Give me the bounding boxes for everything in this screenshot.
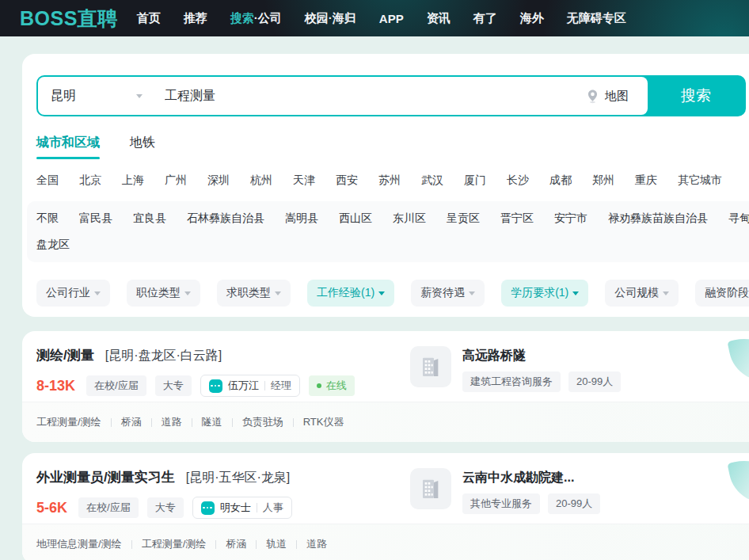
recruiter-name: 伍万江 [228,379,259,393]
district-item[interactable]: 安宁市 [554,211,587,226]
city-select[interactable]: 昆明 [38,88,154,105]
recruiter-role: 经理 [271,379,291,393]
filter-company-size[interactable]: 公司规模 [605,280,679,307]
job-card[interactable]: 外业测量员/测量实习生 [昆明·五华区·龙泉] 5-6K 在校/应届 大专 明女… [22,453,749,560]
tab-subway[interactable]: 地铁 [130,135,155,159]
nav-item-app[interactable]: APP [379,12,404,25]
district-item[interactable]: 富民县 [79,211,112,226]
district-item[interactable]: 石林彝族自治县 [187,211,264,226]
nav-item-overseas[interactable]: 海外 [520,11,544,26]
recruiter-chip[interactable]: 明女士 人事 [192,497,292,519]
city-item[interactable]: 全国 [36,173,59,188]
company-name[interactable]: 高远路桥隧 [462,348,621,364]
filter-label: 公司规模 [614,286,659,300]
nav-company-rest: ·公司 [254,11,282,25]
search-input-area: 昆明 地图 [38,77,648,115]
district-item[interactable]: 呈贡区 [447,211,480,226]
nav-item-youliao[interactable]: 有了 [473,11,497,26]
keyword: RTK仪器 [283,415,344,429]
job-tag: 在校/应届 [86,375,146,396]
nav-item-recommend[interactable]: 推荐 [184,11,207,26]
search-filter-panel: 昆明 地图 搜索 城市和区域 地铁 全国 北京 上海 广州 深圳 杭州 天津 [22,54,749,317]
company-logo[interactable] [410,346,451,387]
city-item[interactable]: 郑州 [592,173,614,188]
district-filter-box: 不限 富民县 宜良县 石林彝族自治县 嵩明县 西山区 东川区 呈贡区 晋宁区 安… [27,201,749,262]
keyword: 道路 [287,537,327,551]
nav-item-news[interactable]: 资讯 [427,11,451,26]
job-location: [昆明·盘龙区·白云路] [105,348,222,364]
district-item[interactable]: 禄劝彝族苗族自治县 [608,211,708,226]
company-logo[interactable] [410,468,451,509]
city-item[interactable]: 长沙 [507,173,529,188]
city-item-other[interactable]: 其它城市 [678,173,722,188]
city-list: 全国 北京 上海 广州 深圳 杭州 天津 西安 苏州 武汉 厦门 长沙 成都 郑… [36,173,749,188]
chevron-down-icon [663,291,669,295]
city-item[interactable]: 天津 [293,173,315,188]
nav-item-home[interactable]: 首页 [137,11,161,26]
city-item[interactable]: 广州 [165,173,187,188]
city-item[interactable]: 北京 [79,173,101,188]
chevron-down-icon [94,291,101,295]
online-label: 在线 [326,379,347,393]
district-item[interactable]: 盘龙区 [36,238,70,252]
district-row: 不限 富民县 宜良县 石林彝族自治县 嵩明县 西山区 东川区 呈贡区 晋宁区 安… [36,211,749,226]
keyword: 道路 [142,415,182,429]
chevron-down-icon [136,94,143,98]
filter-work-experience[interactable]: 工作经验(1) [307,280,394,307]
job-title[interactable]: 测绘/测量 [36,346,94,364]
keyword: 工程测量/测绘 [36,415,101,429]
search-button[interactable]: 搜索 [648,77,744,115]
filter-funding-stage[interactable]: 融资阶段 [695,280,749,307]
city-item[interactable]: 深圳 [207,173,230,188]
job-tag: 大专 [147,497,184,518]
filter-seek-type[interactable]: 求职类型 [217,280,291,307]
city-item[interactable]: 苏州 [378,173,401,188]
filter-bar: 公司行业 职位类型 求职类型 工作经验(1) 薪资待遇 学历要求(1) 公司规模… [36,280,749,307]
district-item-all[interactable]: 不限 [36,211,59,226]
filter-label: 融资阶段 [705,286,749,300]
job-keywords-footer: 工程测量/测绘 桥涵 道路 隧道 负责驻场 RTK仪器 [22,402,749,442]
district-item[interactable]: 寻甸回族彝族自治县 [728,211,749,226]
recruiter-chip[interactable]: 伍万江 经理 [200,375,300,397]
search-bar: 昆明 地图 搜索 [36,75,746,116]
filter-company-industry[interactable]: 公司行业 [36,280,110,307]
city-select-value: 昆明 [51,88,76,105]
filter-label: 公司行业 [46,286,90,300]
district-item[interactable]: 嵩明县 [285,211,318,226]
city-item[interactable]: 杭州 [250,173,272,188]
boss-zhipin-logo[interactable]: BOSS直聘 [20,6,118,32]
company-size-tag: 20-99人 [548,493,600,514]
filter-job-type[interactable]: 职位类型 [127,280,200,307]
district-item[interactable]: 东川区 [393,211,426,226]
keyword: 轨道 [246,537,287,551]
filter-salary[interactable]: 薪资待遇 [411,280,485,307]
city-item[interactable]: 上海 [122,173,144,188]
online-status-badge: 在线 [309,375,355,396]
nav-item-campus-returnee[interactable]: 校园·海归 [305,11,356,26]
keyword: 桥涵 [206,537,246,551]
job-card[interactable]: 测绘/测量 [昆明·盘龙区·白云路] 8-13K 在校/应届 大专 伍万江 经理… [22,331,749,442]
city-item[interactable]: 厦门 [464,173,486,188]
district-item[interactable]: 宜良县 [133,211,166,226]
job-keywords-footer: 地理信息测量/测绘 工程测量/测绘 桥涵 轨道 道路 [22,524,749,560]
job-title[interactable]: 外业测量员/测量实习生 [36,468,175,486]
district-item[interactable]: 西山区 [339,211,372,226]
location-tabs: 城市和区域 地铁 [36,135,749,159]
keyword: 工程测量/测绘 [122,537,207,551]
recruiter-name: 明女士 [220,501,251,515]
nav-item-search-company[interactable]: 搜索·公司 [230,11,282,26]
city-item[interactable]: 成都 [549,173,572,188]
district-item[interactable]: 晋宁区 [500,211,534,226]
chevron-down-icon [184,291,191,295]
tab-city-and-district[interactable]: 城市和区域 [36,135,100,159]
city-item[interactable]: 武汉 [421,173,443,188]
filter-education[interactable]: 学历要求(1) [501,280,588,307]
nav-item-accessibility[interactable]: 无障碍专区 [567,11,626,26]
job-salary: 8-13K [36,378,75,394]
map-button[interactable]: 地图 [585,89,629,104]
company-name[interactable]: 云南中水成勘院建... [462,470,600,486]
chevron-down-icon [378,291,385,295]
city-item[interactable]: 重庆 [635,173,657,188]
search-input[interactable] [154,89,585,103]
city-item[interactable]: 西安 [336,173,358,188]
